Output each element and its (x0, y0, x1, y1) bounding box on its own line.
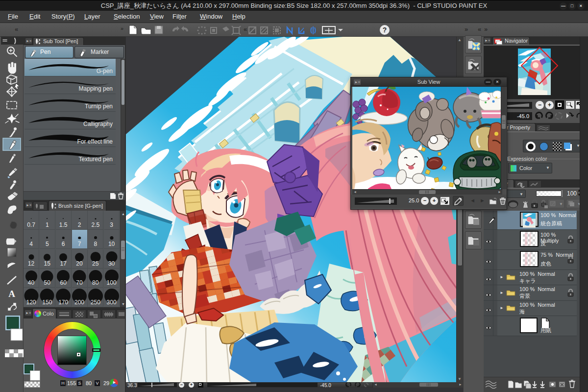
svg-text:A: A (8, 289, 15, 299)
svg-text:?: ? (383, 26, 387, 34)
